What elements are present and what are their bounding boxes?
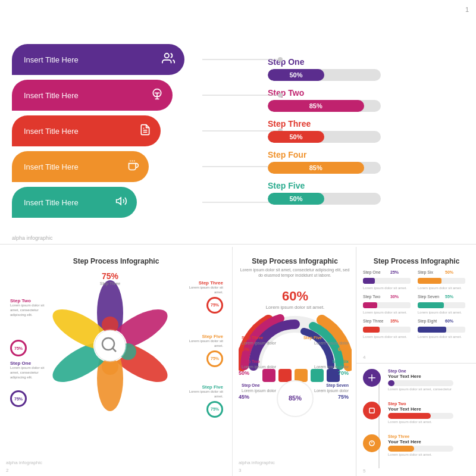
svg-point-0 xyxy=(165,53,169,57)
panel-3-subtitle: Lorem ipsum dolor sit amet, consectetur … xyxy=(239,267,351,278)
p3-page-num: 3 xyxy=(239,468,241,473)
progress-pct-2: 85% xyxy=(309,102,322,109)
timeline-content-2: Step Two Your Text Here Lorem ipsum dolo… xyxy=(388,402,470,425)
p2-circle-one: 75% xyxy=(10,390,27,407)
progress-fill-5: 50% xyxy=(268,193,324,205)
bar-item-4: Insert Title Here xyxy=(12,149,202,184)
p4-fill-4 xyxy=(418,278,441,284)
p2-step-one-text: Lorem ipsum dolor sit amet, consectetur … xyxy=(10,366,49,380)
p4-bar-6-name: Step Eight xyxy=(418,319,443,323)
step-2-title: Step Two xyxy=(268,88,411,98)
dot-1 xyxy=(278,57,283,62)
p2-alpha-label: alpha infographic xyxy=(6,460,42,465)
svg-text:Lorem ipsum dolor: Lorem ipsum dolor xyxy=(242,389,277,393)
p4-bar-2-pct: 30% xyxy=(390,295,403,299)
left-bars: Insert Title Here Insert Title Here xyxy=(12,18,202,238)
svg-text:Step One: Step One xyxy=(242,383,260,388)
timeline-content-1: Step One Your Text Here Lorem ipsum dolo… xyxy=(388,369,470,392)
svg-text:75%: 75% xyxy=(338,394,349,400)
svg-text:75%: 75% xyxy=(102,271,119,281)
p2-page-num: 2 xyxy=(6,468,8,473)
panel-2: Step Process Infographic Step Two Lorem … xyxy=(0,250,232,476)
bar-icon-3 xyxy=(139,124,151,139)
bar-bg-5: Insert Title Here xyxy=(12,187,137,218)
h-divider-bottom xyxy=(356,363,476,364)
progress-track-4: 85% xyxy=(268,162,381,174)
timeline-sub-3: Lorem ipsum dolor sit amet. xyxy=(388,453,453,458)
bar-label-5: Insert Title Here xyxy=(24,198,79,207)
p2-circle-fiveb: 75% xyxy=(206,401,223,418)
progress-pct-5: 50% xyxy=(289,195,302,202)
p4-fill-3 xyxy=(363,327,380,333)
flower-svg: 75% Step Three xyxy=(51,268,170,411)
p4-bar-3-name: Step Three xyxy=(363,319,388,323)
p2-step-fiveb-label: Step Five xyxy=(184,384,223,390)
p4-bar-5-name: Step Seven xyxy=(418,295,443,299)
p2-step-three-label: Step Three xyxy=(184,280,223,286)
bar-label-3: Insert Title Here xyxy=(24,127,79,136)
p4-bar-4-name: Step Six xyxy=(418,270,443,274)
timeline-dot-2 xyxy=(363,402,381,419)
progress-track-1: 50% xyxy=(268,69,381,81)
dot-2 xyxy=(278,93,283,98)
p4-fill-5 xyxy=(418,302,444,308)
progress-pct-1: 50% xyxy=(289,71,302,79)
timeline-dot-3 xyxy=(363,434,381,452)
p4-bar-row-1: Step One 25% xyxy=(363,270,415,274)
bar-bg-1: Insert Title Here xyxy=(12,44,184,75)
p4-bar-2-name: Step Two xyxy=(363,295,388,299)
p2-step-fiveb-text: Lorem ipsum dolor sit amet. xyxy=(184,390,223,399)
alpha-label-top: alpha infographic xyxy=(12,235,53,241)
bar-label-1: Insert Title Here xyxy=(24,55,79,64)
connector-2 xyxy=(202,95,280,96)
svg-text:Lorem ipsum dolor sit amet.: Lorem ipsum dolor sit amet. xyxy=(266,305,325,310)
connector-1 xyxy=(202,60,280,60)
step-1-title: Step One xyxy=(268,57,411,67)
p2-step-three-text: Lorem ipsum dolor sit amet. xyxy=(184,286,223,295)
svg-text:Lorem ipsum dolor: Lorem ipsum dolor xyxy=(314,341,349,346)
panel-3-title: Step Process Infographic xyxy=(239,257,351,265)
timeline-content-3: Step Three Your Text Here Lorem ipsum do… xyxy=(388,434,470,458)
p4-bar-4-text: Lorem ipsum dolor sit amet. xyxy=(418,286,470,290)
svg-text:Step Three: Step Three xyxy=(100,281,121,286)
bar-item-3: Insert Title Here xyxy=(12,114,202,148)
timeline-text-2: Your Text Here xyxy=(388,406,470,412)
p4-bar-2-text: Lorem ipsum dolor sit amet. xyxy=(363,311,415,314)
step-item-2: Step Two 85% xyxy=(268,88,411,112)
step-5-title: Step Five xyxy=(268,181,411,190)
p2-circle-three: 75% xyxy=(206,297,223,314)
right-steps: Step One 50% Step Two 85% Step Three 50% xyxy=(268,18,411,238)
p4-bar-5-text: Lorem ipsum dolor sit amet. xyxy=(418,311,470,314)
p4-bar-3-text: Lorem ipsum dolor sit amet. xyxy=(363,335,415,339)
step-item-5: Step Five 50% xyxy=(268,181,411,205)
panel-2-title: Step Process Infographic xyxy=(9,257,223,265)
bar-bg-4: Insert Title Here xyxy=(12,151,149,182)
svg-text:Lorem ipsum dolor: Lorem ipsum dolor xyxy=(314,365,349,369)
svg-text:50%: 50% xyxy=(239,370,249,376)
p4-bar-3-pct: 35% xyxy=(390,319,403,323)
svg-rect-24 xyxy=(262,369,275,382)
svg-text:70%: 70% xyxy=(338,370,349,376)
p2-circle-two: 75% xyxy=(10,340,27,356)
bar-label-2: Insert Title Here xyxy=(24,91,79,100)
p2-step-one-label: Step One xyxy=(10,361,49,366)
p4-bar-6-pct: 60% xyxy=(445,319,458,323)
timeline-fill-1 xyxy=(388,380,394,386)
timeline-sub-1: Lorem ipsum dolor sit amet, consectetur xyxy=(388,387,453,392)
progress-fill-3: 50% xyxy=(268,131,324,143)
timeline-item-1: Step One Your Text Here Lorem ipsum dolo… xyxy=(363,369,470,392)
svg-text:Step Two: Step Two xyxy=(242,359,260,364)
svg-rect-49 xyxy=(369,408,374,413)
top-infographic: Insert Title Here Insert Title Here xyxy=(12,18,464,238)
svg-marker-6 xyxy=(117,198,121,205)
panel-4-title: Step Process Infographic xyxy=(363,257,470,265)
p4-bar-row-6: Step Eight 60% xyxy=(418,319,470,323)
p4-bar-1-pct: 25% xyxy=(390,270,403,274)
p4-bar-5-pct: 55% xyxy=(445,295,458,299)
progress-track-2: 85% xyxy=(268,100,381,112)
svg-text:45%: 45% xyxy=(239,394,249,400)
p2-circle-five: 75% xyxy=(206,350,223,367)
progress-fill-4: 85% xyxy=(268,162,364,174)
p4-page-num: 4 xyxy=(363,355,365,360)
svg-rect-27 xyxy=(311,369,324,382)
